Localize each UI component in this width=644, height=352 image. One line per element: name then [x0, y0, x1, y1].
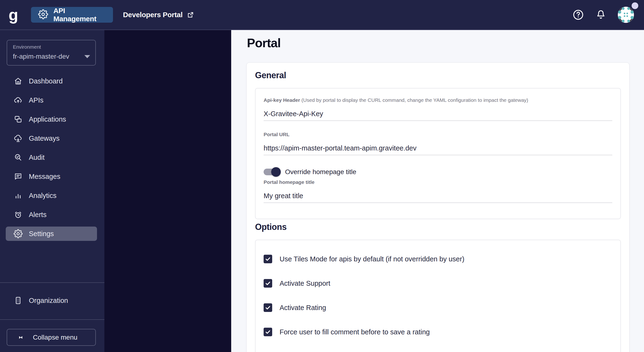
chevron-down-icon — [84, 55, 90, 58]
help-icon — [572, 9, 584, 21]
organization-icon — [14, 296, 23, 305]
checkbox-checked-icon — [264, 328, 272, 336]
alarm-clock-icon — [14, 210, 23, 219]
sidebar-item-messages[interactable]: Messages — [6, 169, 97, 184]
checkbox-checked-icon — [264, 255, 272, 263]
sidebar-menu: Dashboard APIs Applications — [0, 74, 104, 241]
checkbox-label: Activate Support — [280, 279, 330, 287]
sidebar-item-settings[interactable]: Settings — [6, 227, 97, 241]
override-homepage-title-toggle[interactable] — [264, 167, 281, 177]
sidebar-item-label: Alerts — [29, 211, 46, 219]
portal-url-label: Portal URL — [264, 131, 612, 138]
sidebar-item-label: Audit — [29, 154, 44, 161]
page-title: Portal — [247, 37, 630, 49]
input-underline — [264, 120, 612, 121]
toggle-thumb — [271, 167, 281, 177]
cloud-down-icon — [14, 134, 23, 143]
gravitee-logo-icon[interactable]: g — [8, 10, 19, 20]
portal-homepage-title-label: Portal homepage title — [264, 179, 612, 185]
checkbox-row-activate-rating[interactable]: Activate Rating — [264, 303, 612, 312]
general-section-heading: General — [255, 71, 621, 80]
api-key-header-hint: (Used by portal to display the CURL comm… — [302, 97, 528, 103]
sidebar-item-label: Analytics — [29, 192, 56, 200]
sidebar-item-label: APIs — [29, 96, 44, 104]
message-icon — [14, 172, 23, 181]
api-key-header-input[interactable]: X-Gravitee-Api-Key — [264, 110, 612, 119]
collapse-menu-label: Collapse menu — [33, 334, 78, 341]
sidebar-item-label: Applications — [29, 115, 66, 123]
home-icon — [14, 77, 23, 86]
collapse-menu-button[interactable]: Collapse menu — [7, 329, 96, 346]
api-key-header-label: Api-key Header (Used by portal to displa… — [264, 97, 612, 103]
options-fields-card: Use Tiles Mode for apis by default (if n… — [255, 240, 621, 352]
input-underline — [264, 155, 612, 155]
sidebar-item-apis[interactable]: APIs — [6, 93, 97, 107]
portal-homepage-title-field: Portal homepage title My great title — [264, 179, 612, 203]
sidebar-item-applications[interactable]: Applications — [6, 112, 97, 126]
topbar-actions — [572, 6, 644, 23]
organization-label: Organization — [29, 297, 68, 304]
sidebar-item-label: Dashboard — [29, 77, 63, 85]
external-link-icon — [186, 11, 194, 19]
app-root: g API Management Developers Portal — [0, 0, 644, 352]
environment-value: fr-apim-master-dev — [13, 53, 69, 60]
general-fields-card: Api-key Header (Used by portal to displa… — [255, 88, 621, 219]
api-key-header-field: Api-key Header (Used by portal to displa… — [264, 97, 612, 121]
checkbox-checked-icon — [264, 303, 272, 312]
collapse-icon — [17, 333, 25, 341]
sidebar-divider — [0, 282, 104, 283]
portal-url-input[interactable]: https://apim-master-portal.team-apim.gra… — [264, 144, 612, 153]
avatar-identicon — [617, 6, 634, 23]
input-underline — [264, 202, 612, 203]
developers-portal-link[interactable]: Developers Portal — [123, 11, 194, 19]
applications-icon — [14, 115, 23, 124]
cloud-up-icon — [14, 96, 23, 105]
sidebar-divider — [0, 319, 104, 320]
checkbox-label: Use Tiles Mode for apis by default (if n… — [280, 255, 464, 263]
bar-chart-icon — [14, 191, 23, 200]
sidebar-item-audit[interactable]: Audit — [6, 150, 97, 165]
sidebar: Environment fr-apim-master-dev Dashboard… — [0, 30, 104, 352]
sidebar-item-organization[interactable]: Organization — [0, 293, 104, 308]
checkbox-row-force-comment[interactable]: Force user to fill comment before to sav… — [264, 328, 612, 336]
settings-submenu-panel — [104, 30, 231, 352]
sidebar-item-dashboard[interactable]: Dashboard — [6, 74, 97, 88]
audit-search-icon — [14, 153, 23, 162]
checkbox-row-tiles-mode[interactable]: Use Tiles Mode for apis by default (if n… — [264, 255, 612, 263]
gear-icon — [38, 9, 48, 20]
checkbox-label: Force user to fill comment before to sav… — [280, 328, 430, 336]
sidebar-item-label: Gateways — [29, 135, 60, 142]
user-avatar[interactable] — [617, 6, 636, 23]
avatar-status-badge — [632, 3, 638, 9]
notifications-bell-icon — [595, 9, 607, 21]
sidebar-item-label: Messages — [29, 173, 60, 181]
sidebar-item-analytics[interactable]: Analytics — [6, 188, 97, 203]
sidebar-item-alerts[interactable]: Alerts — [6, 207, 97, 222]
help-button[interactable] — [572, 9, 584, 21]
checkbox-row-activate-support[interactable]: Activate Support — [264, 279, 612, 288]
sidebar-item-gateways[interactable]: Gateways — [6, 131, 97, 145]
environment-selector[interactable]: Environment fr-apim-master-dev — [7, 40, 96, 66]
checkbox-checked-icon — [264, 279, 272, 288]
top-bar: g API Management Developers Portal — [0, 0, 644, 30]
override-homepage-title-label: Override homepage title — [285, 168, 356, 176]
portal-settings-card: General Api-key Header (Used by portal t… — [246, 63, 630, 352]
api-management-tab[interactable]: API Management — [31, 7, 113, 23]
api-management-label: API Management — [54, 7, 106, 23]
override-homepage-title-row: Override homepage title — [264, 167, 612, 177]
environment-label: Environment — [13, 44, 90, 50]
portal-homepage-title-input[interactable]: My great title — [264, 192, 612, 201]
checkbox-label: Activate Rating — [280, 304, 326, 312]
portal-url-field: Portal URL https://apim-master-portal.te… — [264, 131, 612, 155]
options-section-heading: Options — [255, 222, 621, 232]
developers-portal-label: Developers Portal — [123, 11, 182, 19]
gear-icon — [14, 229, 23, 238]
main-content: Portal General Api-key Header (Used by p… — [231, 30, 644, 352]
sidebar-item-label: Settings — [29, 230, 54, 238]
notifications-button[interactable] — [595, 9, 607, 21]
